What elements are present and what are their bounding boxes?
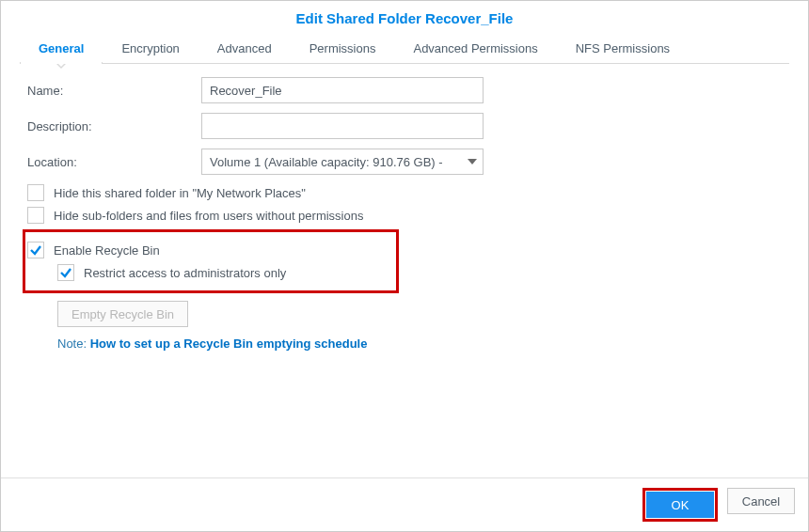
hide-network-checkbox[interactable] (27, 184, 44, 201)
annotation-ok-highlight: OK (642, 488, 718, 522)
enable-recycle-label: Enable Recycle Bin (54, 243, 160, 258)
tab-content: Name: Description: Location: Volume 1 (A… (1, 64, 808, 477)
hide-network-label: Hide this shared folder in "My Network P… (54, 186, 306, 200)
tab-label: Advanced Permissions (413, 41, 537, 55)
tab-label: Permissions (309, 41, 376, 55)
row-name: Name: (27, 77, 782, 103)
tab-active-indicator (56, 63, 67, 69)
tab-permissions[interactable]: Permissions (291, 32, 395, 63)
note-row: Note: How to set up a Recycle Bin emptyi… (57, 336, 782, 351)
ok-button[interactable]: OK (646, 492, 714, 518)
row-restrict-admin: Restrict access to administrators only (57, 264, 392, 281)
tabs-container: General Encryption Advanced Permissions … (1, 32, 808, 64)
hide-subfolders-checkbox[interactable] (27, 207, 44, 224)
tab-label: Encryption (121, 41, 179, 55)
edit-shared-folder-dialog: Edit Shared Folder Recover_File General … (0, 0, 809, 532)
dialog-footer: OK Cancel (1, 477, 808, 531)
tab-advanced[interactable]: Advanced (198, 32, 291, 63)
row-enable-recycle: Enable Recycle Bin (27, 242, 392, 258)
name-input[interactable] (201, 77, 484, 103)
description-label: Description: (27, 119, 201, 133)
annotation-highlight-box: Enable Recycle Bin Restrict access to ad… (23, 229, 399, 293)
location-label: Location: (27, 155, 201, 169)
tab-encryption[interactable]: Encryption (103, 32, 198, 63)
cancel-button[interactable]: Cancel (727, 488, 795, 514)
row-hide-network: Hide this shared folder in "My Network P… (27, 184, 782, 201)
description-input[interactable] (201, 113, 484, 139)
tab-advanced-permissions[interactable]: Advanced Permissions (394, 32, 556, 63)
chevron-down-icon (468, 159, 477, 164)
empty-recycle-button[interactable]: Empty Recycle Bin (57, 301, 188, 327)
name-label: Name: (27, 84, 201, 98)
note-prefix: Note: (57, 336, 90, 351)
location-value: Volume 1 (Available capacity: 910.76 GB)… (210, 155, 443, 169)
tab-general[interactable]: General (20, 32, 103, 63)
tab-label: Advanced (217, 41, 272, 55)
tab-label: NFS Permissions (576, 41, 670, 55)
hide-subfolders-label: Hide sub-folders and files from users wi… (54, 209, 363, 223)
row-empty-recycle: Empty Recycle Bin (57, 301, 782, 327)
location-select[interactable]: Volume 1 (Available capacity: 910.76 GB)… (201, 149, 484, 175)
row-hide-subfolders: Hide sub-folders and files from users wi… (27, 207, 782, 224)
tab-nfs-permissions[interactable]: NFS Permissions (557, 32, 689, 63)
dialog-title: Edit Shared Folder Recover_File (1, 1, 808, 32)
row-location: Location: Volume 1 (Available capacity: … (27, 149, 782, 175)
row-description: Description: (27, 113, 782, 139)
tab-label: General (39, 41, 84, 55)
recycle-schedule-link[interactable]: How to set up a Recycle Bin emptying sch… (90, 336, 368, 351)
enable-recycle-checkbox[interactable] (27, 242, 44, 258)
restrict-admin-checkbox[interactable] (57, 264, 74, 281)
tab-bar: General Encryption Advanced Permissions … (20, 32, 789, 64)
restrict-admin-label: Restrict access to administrators only (84, 266, 286, 280)
